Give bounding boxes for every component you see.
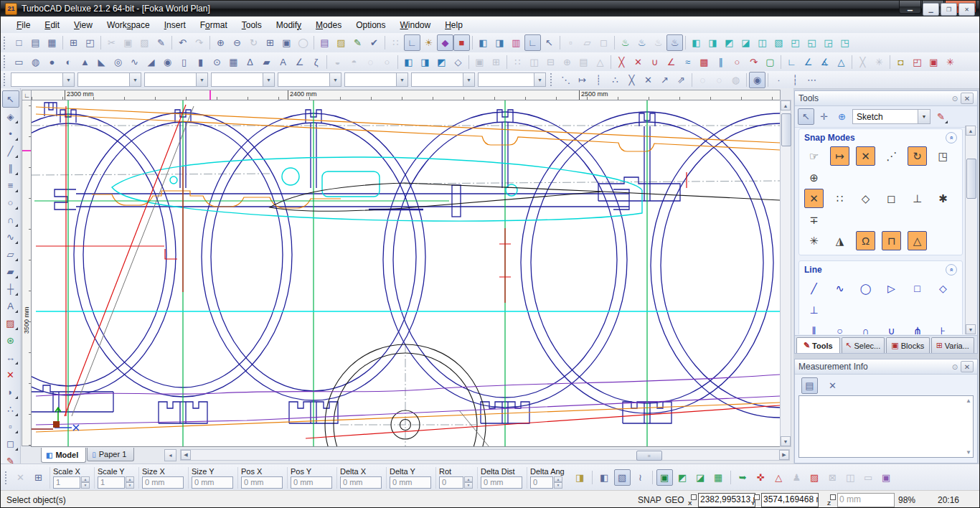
print-icon[interactable]: ⊞ bbox=[65, 34, 82, 51]
menu-tools[interactable]: Tools bbox=[235, 18, 269, 32]
palette-icon[interactable]: ▨ bbox=[333, 34, 349, 51]
render-scene-icon[interactable]: ♨ bbox=[617, 34, 633, 51]
measurement-list[interactable]: ▲ ▼ bbox=[798, 395, 974, 458]
menu-edit[interactable]: Edit bbox=[37, 18, 67, 32]
field-value[interactable]: 0 bbox=[530, 476, 553, 489]
select-icon[interactable]: ↖ bbox=[2, 90, 19, 108]
field-value[interactable]: 0 mm bbox=[241, 476, 283, 489]
mesh-icon[interactable]: ▦ bbox=[225, 54, 242, 70]
snap-angle-icon[interactable]: △ bbox=[908, 231, 927, 250]
parallel-copy-icon[interactable]: ∥ bbox=[712, 54, 729, 70]
color-bars-icon[interactable]: ▥ bbox=[508, 34, 524, 51]
toolbar-handle[interactable] bbox=[4, 73, 8, 86]
disk-icon[interactable]: ⊙ bbox=[209, 54, 225, 70]
snap-grid-point-icon[interactable]: ∙ bbox=[771, 72, 787, 88]
mdi-restore-button[interactable]: ❐ bbox=[941, 3, 957, 16]
close-icon[interactable]: ✕ bbox=[961, 93, 974, 104]
title-bar[interactable]: 21 TurboCAD Deluxe 21.2 64-bit - [Foka W… bbox=[1, 1, 979, 17]
lamp-icon[interactable]: ☀ bbox=[420, 34, 437, 51]
snap-midpoint-icon[interactable]: ⋰ bbox=[882, 146, 901, 166]
chevron-down-icon[interactable]: ▼ bbox=[329, 73, 341, 86]
view-iso-icon[interactable]: ◧ bbox=[688, 34, 705, 51]
slab-icon[interactable]: ▰ bbox=[258, 54, 275, 70]
spinner[interactable]: ▲▼ bbox=[81, 476, 90, 489]
view-right-icon[interactable]: ◫ bbox=[754, 34, 771, 51]
curve-icon[interactable]: ∿ bbox=[2, 228, 19, 245]
trim-icon[interactable]: ╳ bbox=[613, 54, 630, 70]
scrollbar-thumb[interactable]: ≡ bbox=[636, 451, 662, 461]
dimension-icon[interactable]: ↔ bbox=[2, 349, 19, 366]
canvas-horizontal-scrollbar[interactable]: ◀ ≡ ▶ bbox=[180, 449, 790, 461]
rotate-entities-icon[interactable]: ◨ bbox=[491, 34, 508, 51]
palette-tab-selec[interactable]: ↖Selec... bbox=[842, 337, 885, 353]
snap-toggle-icon[interactable]: ⊛ bbox=[2, 331, 19, 349]
sheet-tab-model[interactable]: ◧Model bbox=[41, 448, 86, 463]
measurement-header[interactable]: Measurement Info ⊙ ✕ bbox=[795, 359, 977, 375]
snap-intersection-icon[interactable]: ✕ bbox=[804, 189, 824, 208]
cone-icon[interactable]: ▲ bbox=[77, 54, 93, 70]
arc-tangent-icon[interactable]: ↷ bbox=[745, 54, 762, 70]
plane-icon[interactable]: ∆ bbox=[242, 54, 258, 70]
box-3d-icon[interactable]: ▭ bbox=[11, 54, 27, 70]
palette-tab-blocks[interactable]: ▣Blocks bbox=[886, 337, 930, 353]
wedge-icon[interactable]: ◣ bbox=[93, 54, 110, 70]
spinner[interactable]: ▲▼ bbox=[126, 476, 134, 489]
save-icon[interactable]: ▦ bbox=[44, 34, 60, 51]
snap-compass-icon[interactable]: ◉ bbox=[749, 72, 765, 88]
ball-icon[interactable]: ● bbox=[44, 54, 60, 70]
rod-icon[interactable]: ▮ bbox=[192, 54, 209, 70]
workplane-icon[interactable]: ∟ bbox=[404, 34, 420, 51]
tangent-from-arc-icon[interactable]: ∩ bbox=[856, 321, 875, 334]
toolbar-handle[interactable] bbox=[5, 471, 9, 484]
zoom-page-icon[interactable]: ▣ bbox=[278, 34, 295, 51]
view-ne-icon[interactable]: ◱ bbox=[804, 34, 820, 51]
tab-scroll-left-icon[interactable]: ◂ bbox=[164, 449, 176, 461]
magnetic-point-icon[interactable]: Ω bbox=[856, 231, 875, 250]
palette-tab-varia[interactable]: ⊞Varia... bbox=[931, 337, 975, 353]
snap-divide-1-icon[interactable]: ✱ bbox=[933, 189, 953, 208]
snap-tangent-icon[interactable]: ⇗ bbox=[673, 72, 689, 88]
snap-midpoint-icon[interactable]: ┊ bbox=[590, 72, 607, 88]
box-icon[interactable]: ▱ bbox=[2, 245, 19, 263]
shrink-box-icon[interactable]: ▢ bbox=[762, 54, 778, 70]
explode-icon[interactable]: ▩ bbox=[696, 54, 712, 70]
tangent-to-arc-icon[interactable]: ○ bbox=[830, 321, 849, 334]
pick-point-icon[interactable]: ➥ bbox=[735, 469, 751, 486]
collapse-icon[interactable]: » bbox=[946, 132, 957, 144]
rectangle-icon[interactable]: □ bbox=[908, 278, 927, 298]
workplane-select-icon[interactable]: ◩ bbox=[674, 469, 691, 486]
scroll-up-icon[interactable]: ▲ bbox=[966, 398, 971, 404]
view-back-icon[interactable]: ◰ bbox=[787, 34, 804, 51]
line-icon[interactable]: ╱ bbox=[2, 142, 19, 159]
ucs-toggle-icon[interactable]: ∟ bbox=[524, 34, 541, 51]
delete-measurement-icon[interactable]: ✕ bbox=[824, 377, 841, 394]
property-combo-8[interactable]: ▼ bbox=[478, 72, 546, 87]
scroll-down-icon[interactable]: ▼ bbox=[966, 449, 971, 456]
no-priority-icon[interactable]: ◨ bbox=[572, 469, 588, 486]
multiline-icon[interactable]: ≡ bbox=[2, 177, 19, 194]
property-combo-2[interactable]: ▼ bbox=[77, 72, 141, 87]
select-rect-icon[interactable]: ▫ bbox=[2, 418, 19, 435]
collapse-icon[interactable]: » bbox=[946, 264, 957, 276]
snap-arc-center-icon[interactable]: ↻ bbox=[908, 146, 927, 166]
snap-intersection-icon[interactable]: ╳ bbox=[623, 72, 640, 88]
mdi-minimize-button[interactable]: ▁ bbox=[923, 3, 939, 16]
pin-icon[interactable]: ⊙ bbox=[949, 93, 961, 103]
snap-quadrant-icon[interactable]: ↗ bbox=[656, 72, 673, 88]
chevron-down-icon[interactable]: ▼ bbox=[534, 73, 545, 86]
circle-tangent-icon[interactable]: ○ bbox=[729, 54, 745, 70]
irregular-polygon-icon[interactable]: ▷ bbox=[882, 278, 901, 298]
parallel-line-icon[interactable]: ∥ bbox=[804, 321, 824, 334]
hidden-line-icon[interactable]: ◆ bbox=[437, 34, 453, 51]
format-painter-icon[interactable]: ✎ bbox=[153, 34, 169, 51]
close-icon[interactable]: ✕ bbox=[961, 361, 974, 372]
tangent-two-arcs-icon[interactable]: ∪ bbox=[882, 321, 901, 334]
palette-tab-tools[interactable]: ✎Tools bbox=[796, 337, 840, 353]
edit-node-icon[interactable]: ◈ bbox=[2, 108, 19, 125]
node-select-tool-icon[interactable]: ✛ bbox=[816, 108, 832, 125]
field-value[interactable]: 0 mm bbox=[192, 476, 233, 489]
property-combo-5[interactable]: ▼ bbox=[278, 72, 341, 87]
view-front-icon[interactable]: ▧ bbox=[771, 34, 787, 51]
field-value[interactable]: 0 mm bbox=[340, 476, 382, 489]
boolean-subtract-icon[interactable]: ◨ bbox=[417, 54, 433, 70]
